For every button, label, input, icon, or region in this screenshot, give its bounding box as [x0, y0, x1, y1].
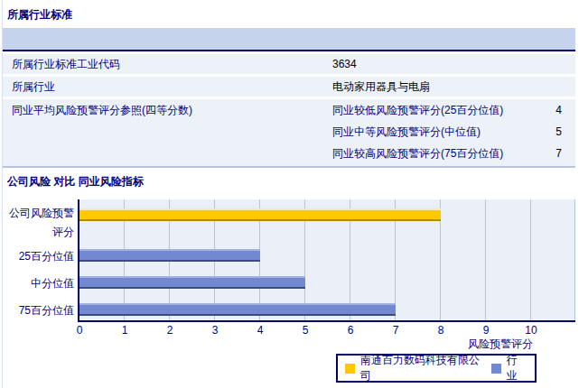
- x-axis-title: 风险预警评分: [406, 337, 533, 352]
- row-label: 所属行业: [3, 77, 332, 97]
- x-axis-tick: 0: [66, 324, 93, 337]
- row-label: 同业平均风险预警评分参照(四等分数): [3, 99, 332, 166]
- gridline: [485, 199, 486, 320]
- x-axis-tick: 9: [472, 324, 499, 337]
- y-axis-label: 25百分位值: [2, 250, 74, 263]
- y-axis-label: 公司风险预警评分: [2, 204, 74, 242]
- row-label: 所属行业标准工业代码: [3, 54, 332, 74]
- peer-score-value: 7: [527, 143, 575, 164]
- x-axis-tick: 2: [156, 324, 183, 337]
- row-value: 电动家用器具与电扇: [332, 77, 430, 97]
- x-axis-tick: 5: [292, 324, 319, 337]
- list-item: 同业中等风险预警评分(中位值) 5: [332, 121, 575, 143]
- peer-score-label: 同业较低风险预警评分(25百分位值): [332, 99, 527, 121]
- peer-score-label: 同业较高风险预警评分(75百分位值): [332, 143, 527, 164]
- industry-legend-swatch-icon: [491, 364, 501, 374]
- x-axis-tick: 1: [111, 324, 138, 337]
- list-item: 同业较低风险预警评分(25百分位值) 4: [332, 99, 575, 121]
- industry-standard-table: 所属行业标准工业代码 3634 所属行业 电动家用器具与电扇 同业平均风险预警评…: [3, 28, 575, 168]
- bar-chart-plot-area: [78, 199, 575, 322]
- table-header-row: [3, 28, 575, 51]
- x-axis-tick: 10: [518, 324, 545, 337]
- x-axis-tick: 3: [201, 324, 229, 337]
- x-axis-tick: 6: [337, 324, 364, 337]
- peer-score-value: 4: [527, 99, 575, 121]
- bar-25th-percentile: [79, 249, 260, 262]
- section-title-industry-standard: 所属行业标准: [7, 7, 72, 23]
- bar-median: [79, 276, 305, 289]
- bar-company-risk-score: [79, 208, 441, 221]
- table-row: 同业平均风险预警评分参照(四等分数) 同业较低风险预警评分(25百分位值) 4 …: [3, 99, 575, 166]
- x-axis-tick: 8: [427, 324, 454, 337]
- risk-report-page: 所属行业标准 所属行业标准工业代码 3634 所属行业 电动家用器具与电扇 同业…: [0, 0, 588, 388]
- chart-legend: 南通百力数码科技有限公司 行业: [336, 354, 537, 383]
- bar-75th-percentile: [79, 303, 396, 316]
- legend-label-industry: 行业: [507, 353, 527, 383]
- list-item: 同业较高风险预警评分(75百分位值) 7: [332, 143, 575, 164]
- table-row: 所属行业 电动家用器具与电扇: [3, 77, 575, 97]
- y-axis-label: 75百分位值: [2, 304, 74, 317]
- x-axis-tick: 7: [382, 324, 409, 337]
- gridline: [574, 199, 575, 320]
- section-title-risk-comparison: 公司风险 对比 同业风险指标: [7, 174, 144, 189]
- table-row: 所属行业标准工业代码 3634: [3, 54, 575, 74]
- y-axis-label: 中分位值: [2, 277, 74, 290]
- peer-score-value: 5: [527, 121, 575, 143]
- legend-label-company: 南通百力数码科技有限公司: [360, 353, 486, 383]
- peer-score-list: 同业较低风险预警评分(25百分位值) 4 同业中等风险预警评分(中位值) 5 同…: [332, 99, 575, 166]
- row-value: 3634: [332, 54, 357, 74]
- peer-score-label: 同业中等风险预警评分(中位值): [332, 121, 527, 143]
- x-axis-tick: 4: [247, 324, 274, 337]
- gridline: [530, 199, 531, 320]
- company-legend-swatch-icon: [345, 364, 355, 374]
